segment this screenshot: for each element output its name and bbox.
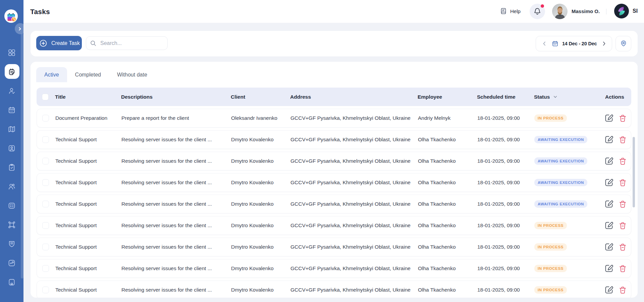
delete-button[interactable]: [619, 221, 627, 230]
row-checkbox[interactable]: [42, 115, 49, 121]
edit-button[interactable]: [604, 264, 613, 273]
row-checkbox[interactable]: [42, 136, 49, 143]
user-avatar[interactable]: [552, 4, 568, 19]
date-next-button[interactable]: [601, 41, 607, 46]
help-button[interactable]: Help: [500, 7, 521, 15]
sidebar-nav: [0, 43, 23, 292]
edit-button[interactable]: [604, 243, 613, 252]
status-badge: AWAITING EXECUTION: [534, 136, 587, 143]
row-checkbox[interactable]: [42, 287, 49, 293]
calendar-icon: [552, 40, 558, 47]
app-logo[interactable]: [4, 9, 18, 23]
cell-client: Oleksandr Ivanenko: [231, 115, 290, 121]
cell-client: Dmytro Kovalenko: [231, 137, 290, 143]
cell-client: Dmytro Kovalenko: [231, 265, 290, 271]
edit-button[interactable]: [604, 114, 613, 123]
status-badge: AWAITING EXECUTION: [534, 179, 587, 186]
sidebar-item-bookmark[interactable]: [0, 272, 23, 292]
sidebar-item-shield[interactable]: [0, 234, 23, 253]
table-row: Document Preparation Prepare a report fo…: [37, 109, 631, 128]
sidebar-item-calendar[interactable]: [0, 100, 23, 119]
topbar: Tasks Help Massi: [23, 0, 644, 23]
status-badge: AWAITING EXECUTION: [534, 200, 587, 208]
date-prev-button[interactable]: [542, 41, 547, 46]
edit-icon: [604, 243, 613, 252]
status-badge: AWAITING EXECUTION: [534, 157, 587, 165]
row-checkbox[interactable]: [42, 179, 49, 186]
cell-scheduled: 18-01-2025, 09:00: [477, 115, 534, 121]
delete-button[interactable]: [619, 264, 627, 273]
cell-employee: Olha Tkachenko: [418, 201, 477, 207]
column-title: Title: [55, 94, 121, 100]
tab-completed[interactable]: Completed: [67, 67, 109, 82]
cell-employee: Olha Tkachenko: [418, 265, 477, 271]
sidebar-item-dashboard[interactable]: [0, 43, 23, 62]
column-employee: Employee: [418, 94, 477, 100]
sidebar-expand-button[interactable]: [15, 23, 23, 34]
cell-description: Resolving server issues for the client .…: [121, 222, 231, 229]
sidebar-item-clients[interactable]: [0, 81, 23, 100]
sidebar-item-team[interactable]: [0, 177, 23, 196]
column-descriptions: Descriptions: [121, 94, 231, 100]
cell-scheduled: 18-01-2025, 09:00: [477, 180, 534, 186]
delete-button[interactable]: [619, 157, 627, 165]
delete-button[interactable]: [619, 114, 627, 122]
table-scrollbar[interactable]: [633, 137, 635, 207]
row-checkbox[interactable]: [42, 201, 49, 207]
sidebar-item-chart[interactable]: [0, 253, 23, 272]
delete-button[interactable]: [619, 243, 627, 251]
edit-button[interactable]: [604, 157, 613, 166]
cell-scheduled: 18-01-2025, 09:00: [477, 287, 534, 293]
row-checkbox[interactable]: [42, 158, 49, 164]
sidebar-item-tasks[interactable]: [0, 62, 23, 81]
row-checkbox[interactable]: [42, 244, 49, 250]
row-checkbox[interactable]: [42, 222, 49, 229]
select-all-checkbox[interactable]: [42, 94, 49, 100]
sidebar-item-contact-badge[interactable]: [0, 139, 23, 158]
cell-title: Technical Support: [55, 244, 121, 250]
cell-address: GCCV+GF Pysarivka, Khmelnytskyi Oblast, …: [290, 115, 418, 121]
date-range-picker: 14 Dec - 20 Dec: [536, 36, 612, 51]
bookmark-icon: [8, 278, 16, 286]
table-row: Technical Support Resolving server issue…: [37, 281, 631, 298]
brand-logo[interactable]: [614, 4, 629, 18]
create-task-button[interactable]: Create Task: [36, 36, 82, 50]
sidebar-item-checklist-card[interactable]: [0, 196, 23, 215]
sidebar-item-selection-frame[interactable]: [0, 215, 23, 234]
map-view-button[interactable]: [615, 36, 631, 51]
sidebar-item-clipboard-check[interactable]: [0, 158, 23, 177]
delete-button[interactable]: [619, 286, 627, 294]
cell-title: Technical Support: [55, 137, 121, 143]
edit-button[interactable]: [604, 221, 613, 230]
checklist-card-icon: [8, 202, 16, 210]
delete-button[interactable]: [619, 200, 627, 208]
delete-button[interactable]: [619, 179, 627, 187]
edit-button[interactable]: [604, 286, 613, 295]
cell-description: Resolving server issues for the client .…: [121, 137, 231, 143]
calendar-clock-logo-icon: [4, 9, 18, 23]
cell-scheduled: 18-01-2025, 09:00: [477, 222, 534, 229]
sidebar-item-map[interactable]: [0, 119, 23, 139]
clients-icon: [8, 87, 16, 95]
trash-icon: [619, 264, 627, 273]
cell-address: GCCV+GF Pysarivka, Khmelnytskyi Oblast, …: [290, 137, 418, 143]
trash-icon: [619, 200, 627, 208]
date-range-label[interactable]: 14 Dec - 20 Dec: [562, 41, 597, 46]
edit-icon: [604, 264, 613, 273]
column-status[interactable]: Status: [534, 94, 605, 100]
tab-without-date[interactable]: Without date: [109, 67, 155, 82]
tab-active[interactable]: Active: [36, 67, 67, 82]
edit-button[interactable]: [604, 135, 613, 144]
cell-address: GCCV+GF Pysarivka, Khmelnytskyi Oblast, …: [290, 180, 418, 186]
table-row: Technical Support Resolving server issue…: [37, 238, 631, 256]
user-name[interactable]: Massimo O.: [572, 8, 600, 14]
cell-address: GCCV+GF Pysarivka, Khmelnytskyi Oblast, …: [290, 222, 418, 229]
edit-icon: [604, 178, 613, 187]
avatar-photo: [552, 4, 568, 19]
edit-button[interactable]: [604, 200, 613, 209]
chart-icon: [8, 259, 16, 267]
row-checkbox[interactable]: [42, 265, 49, 272]
delete-button[interactable]: [619, 136, 627, 144]
edit-button[interactable]: [604, 178, 613, 187]
search-input[interactable]: [100, 40, 161, 46]
